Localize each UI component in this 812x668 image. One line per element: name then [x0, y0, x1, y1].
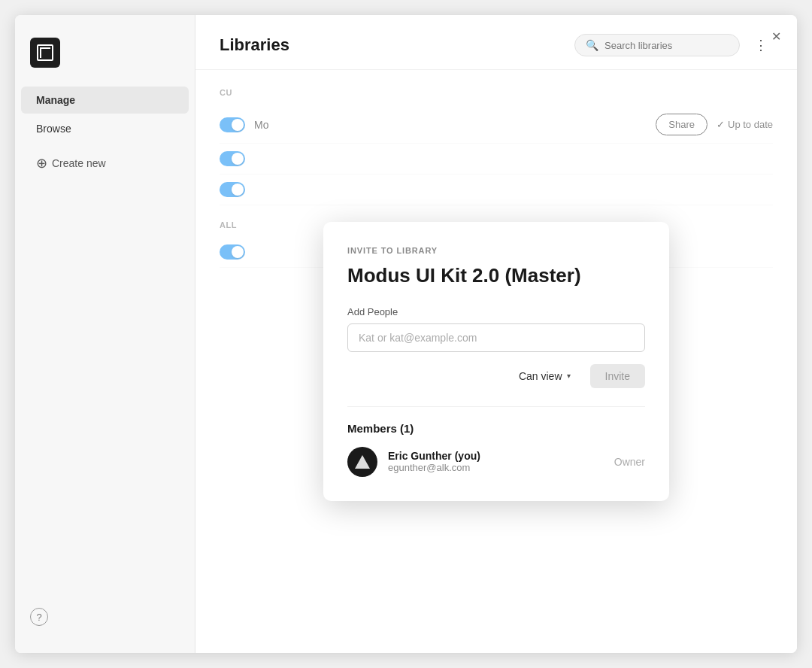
main-window: ✕ Manage Browse ⊕ Create new ? Libraries… — [15, 15, 797, 653]
avatar — [347, 447, 377, 477]
can-view-dropdown[interactable]: Can view ▾ — [508, 364, 581, 388]
invite-modal: INVITE TO LIBRARY Modus UI Kit 2.0 (Mast… — [323, 222, 669, 500]
window-close-button[interactable]: ✕ — [767, 27, 785, 45]
member-info: Eric Gunther (you) egunther@alk.com — [388, 450, 604, 473]
member-row: Eric Gunther (you) egunther@alk.com Owne… — [347, 447, 645, 477]
modal-title: Modus UI Kit 2.0 (Master) — [347, 264, 645, 287]
member-email: egunther@alk.com — [388, 462, 604, 473]
modal-actions-row: Can view ▾ Invite — [347, 364, 645, 388]
avatar-icon — [355, 455, 370, 469]
sidebar-nav: Manage Browse ⊕ Create new — [15, 86, 195, 596]
can-view-label: Can view — [519, 370, 562, 382]
add-people-label: Add People — [347, 306, 645, 317]
sidebar-item-browse[interactable]: Browse — [21, 115, 189, 142]
logo-icon — [37, 44, 53, 61]
modal-overlay: INVITE TO LIBRARY Modus UI Kit 2.0 (Mast… — [195, 70, 797, 653]
help-section: ? — [15, 596, 195, 638]
search-input[interactable] — [604, 40, 729, 51]
sidebar: Manage Browse ⊕ Create new ? — [15, 15, 195, 653]
app-logo — [30, 38, 60, 68]
member-role: Owner — [614, 456, 645, 468]
sidebar-item-manage[interactable]: Manage — [21, 87, 189, 114]
members-label: Members (1) — [347, 422, 645, 435]
create-new-label: Create new — [52, 157, 106, 169]
main-header: Libraries 🔍 ⋮ — [195, 15, 797, 70]
search-icon: 🔍 — [586, 39, 598, 51]
add-people-input[interactable] — [347, 323, 645, 352]
invite-button[interactable]: Invite — [590, 364, 645, 388]
help-button[interactable]: ? — [30, 608, 48, 626]
plus-icon: ⊕ — [36, 156, 47, 170]
page-title: Libraries — [220, 35, 574, 55]
create-new-button[interactable]: ⊕ Create new — [21, 149, 189, 178]
main-content: Libraries 🔍 ⋮ CU Mo Share ✓ Up t — [195, 15, 797, 653]
member-name: Eric Gunther (you) — [388, 450, 604, 462]
modal-divider — [347, 406, 645, 407]
modal-subtitle: INVITE TO LIBRARY — [347, 246, 645, 255]
main-body: CU Mo Share ✓ Up to date — [195, 70, 797, 653]
search-bar: 🔍 — [574, 34, 740, 56]
chevron-down-icon: ▾ — [567, 372, 571, 380]
